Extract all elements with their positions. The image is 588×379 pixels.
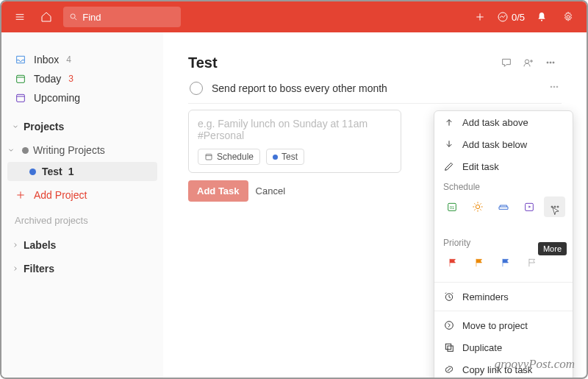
inbox-icon [15,54,26,65]
comments-button[interactable] [495,52,517,74]
arrow-down-icon [443,138,455,150]
sidebar-add-project[interactable]: Add Project [7,185,157,205]
more-options-button[interactable] [539,52,562,74]
notifications-icon[interactable] [532,7,551,26]
svg-text:01: 01 [450,205,454,210]
schedule-weekend-button[interactable] [493,196,514,217]
main-layout: Inbox 4 Today 3 Upcoming Projects Writin… [1,32,587,378]
cm-duplicate[interactable]: Duplicate [434,336,573,358]
cm-copy-link[interactable]: Copy link to task [434,358,573,379]
cm-label: Copy link to task [462,364,532,375]
svg-point-25 [551,86,552,88]
search-icon [69,12,78,22]
sidebar-item-today[interactable]: Today 3 [7,69,157,88]
sidebar-count: 4 [66,54,71,65]
project-chip[interactable]: Test [266,149,304,165]
task-context-menu: Add task above Add task below Edit task … [434,110,573,379]
cm-schedule-label: Schedule [434,177,573,195]
sidebar-labels-header[interactable]: Labels [7,233,157,257]
section-label: Labels [24,239,56,251]
cm-edit-task[interactable]: Edit task [434,155,573,177]
next-week-icon [523,201,535,213]
priority-3-button[interactable] [495,252,517,273]
schedule-nextweek-button[interactable] [518,196,539,217]
topbar: 0/5 [1,1,587,32]
settings-icon[interactable] [559,7,578,26]
sidebar-label: Inbox [34,54,59,65]
task-row[interactable]: Send report to boss every other month [188,74,562,104]
cursor-icon [551,206,561,216]
svg-point-27 [556,86,558,88]
sidebar-label: Writing Projects [33,144,105,156]
add-task-button[interactable]: Add Task [188,180,248,202]
sidebar-item-test-project[interactable]: Test 1 [7,162,157,181]
duplicate-icon [443,341,455,353]
sidebar-count: 3 [68,74,74,84]
cm-move-to-project[interactable]: Move to project [434,314,573,336]
comment-icon [501,57,512,68]
svg-point-9 [567,15,570,18]
cancel-button[interactable]: Cancel [256,185,285,196]
share-button[interactable] [517,52,539,74]
cm-add-task-above[interactable]: Add task above [434,111,573,133]
sidebar-item-upcoming[interactable]: Upcoming [7,88,157,107]
svg-point-3 [71,14,75,18]
section-label: Projects [24,121,64,132]
task-title: Send report to boss every other month [212,82,539,94]
new-task-editor[interactable]: e.g. Family lunch on Sunday at 11am #Per… [188,110,401,173]
svg-point-23 [550,62,551,63]
today-icon [15,73,26,85]
sidebar-item-writing-projects[interactable]: Writing Projects [7,138,157,162]
svg-point-22 [547,62,548,63]
task-more-button[interactable] [548,81,560,96]
section-label: Filters [24,263,54,274]
schedule-chip[interactable]: Schedule [198,149,260,165]
svg-rect-50 [448,346,453,351]
flag-icon [474,258,484,268]
calendar-icon [204,152,213,161]
project-dot-icon [29,169,36,175]
chevron-down-icon [7,146,15,154]
productivity-button[interactable]: 0/5 [497,11,525,23]
svg-line-41 [475,209,476,210]
chip-label: Test [282,152,298,162]
sidebar-filters-header[interactable]: Filters [7,257,157,280]
upcoming-icon [15,92,26,104]
productivity-icon [497,11,509,23]
cm-reminders[interactable]: Reminders [434,286,573,308]
sidebar-item-inbox[interactable]: Inbox 4 [7,50,157,69]
cm-add-task-below[interactable]: Add task below [434,133,573,155]
svg-point-19 [525,60,528,63]
search-input-wrap[interactable] [63,7,181,27]
priority-1-button[interactable] [442,252,464,273]
svg-line-40 [481,209,481,210]
arrow-up-icon [443,116,455,128]
priority-4-button[interactable] [521,252,543,273]
search-input[interactable] [82,12,175,23]
task-checkbox[interactable] [190,82,203,95]
ellipsis-icon [545,57,556,68]
svg-point-48 [445,322,453,330]
sidebar-projects-header[interactable]: Projects [7,115,157,138]
home-icon[interactable] [37,7,56,26]
schedule-tomorrow-button[interactable] [467,196,489,217]
progress-text: 0/5 [512,12,525,23]
schedule-today-button[interactable]: 01 [442,196,463,217]
sidebar: Inbox 4 Today 3 Upcoming Projects Writin… [1,32,163,378]
sidebar-label: Add Project [34,189,87,201]
link-icon [443,364,455,375]
schedule-more-button[interactable] [544,196,565,217]
add-icon[interactable] [470,7,490,26]
svg-rect-12 [17,94,25,102]
priority-2-button[interactable] [468,252,490,273]
content-area: Test Send report to boss every other mon… [163,32,587,378]
svg-rect-49 [445,344,451,349]
move-icon [443,319,455,331]
sidebar-archived-projects[interactable]: Archived projects [7,205,157,233]
plus-icon [15,189,26,201]
svg-point-24 [553,62,554,63]
cm-label: Duplicate [462,342,502,353]
chip-label: Schedule [217,152,254,162]
menu-icon[interactable] [10,7,29,26]
cm-label: Edit task [462,161,499,172]
